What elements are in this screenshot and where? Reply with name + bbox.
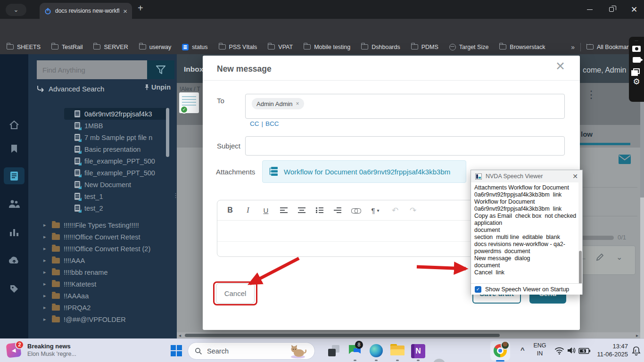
caret-right-icon[interactable]: ▸	[43, 257, 48, 263]
workflow-tab-partial[interactable]: low	[581, 130, 593, 138]
file-explorer-icon[interactable]	[390, 344, 405, 356]
dialog-close-icon[interactable]: ✕	[555, 59, 565, 73]
redo-button[interactable]: ↷	[404, 202, 422, 218]
bookmark-nav-icon[interactable]	[0, 144, 28, 154]
tab-close-icon[interactable]: ×	[123, 7, 127, 15]
sidebar-resize-grip[interactable]: ⋮	[173, 192, 177, 199]
document-tree-item[interactable]: test_1	[28, 190, 177, 202]
wifi-icon[interactable]	[554, 347, 564, 354]
align-right-button[interactable]	[329, 202, 347, 218]
bookmark-item[interactable]: status	[182, 44, 207, 50]
chip-remove-icon[interactable]: ×	[296, 100, 299, 107]
italic-button[interactable]: I	[239, 202, 257, 218]
bookmark-item[interactable]: Target Size	[449, 44, 489, 50]
document-tree-item[interactable]: New Document	[28, 179, 177, 190]
chrome-active-app[interactable]	[490, 341, 510, 361]
card-chevron-down-icon[interactable]: ⌄	[616, 253, 622, 262]
speech-viewer-scrollbar[interactable]	[578, 182, 582, 283]
caret-right-icon[interactable]: ▸	[43, 234, 48, 240]
video-camera-icon[interactable]	[633, 57, 641, 63]
undo-button[interactable]: ↶	[386, 202, 404, 218]
globe-shield-icon[interactable]	[433, 359, 446, 362]
document-tree-item[interactable]: 0a6r9nvt92frppjsaf4k3	[64, 108, 168, 120]
tray-expand-chevron[interactable]: ^	[520, 346, 525, 354]
recipient-chip[interactable]: Admin Admin ×	[252, 98, 304, 109]
document-tree-item[interactable]: 1MBB	[28, 120, 177, 132]
widget-headline[interactable]: Breaking news	[27, 343, 71, 350]
new-tab-button[interactable]: +	[138, 3, 143, 14]
people-icon[interactable]	[0, 199, 28, 208]
link-button[interactable]	[347, 202, 364, 218]
chart-icon[interactable]	[0, 228, 28, 237]
onenote-icon[interactable]: N	[411, 344, 425, 358]
browser-tab[interactable]: docs revisions new-workflow - ×	[40, 3, 132, 19]
document-tree-item[interactable]: file_example_PPT_500	[28, 155, 177, 167]
sidebar-scrollbar-thumb[interactable]	[166, 108, 169, 157]
folder-tree-item[interactable]: ▸ !!!!bbb rename	[28, 266, 177, 278]
folder-tree-item[interactable]: ▸ !!!!!!Office Convert Retest (2)	[28, 243, 177, 255]
paragraph-style-button[interactable]: ¶▾	[364, 202, 386, 218]
gear-icon[interactable]: ⚙	[633, 78, 640, 86]
caret-right-icon[interactable]: ▸	[43, 281, 48, 287]
page-horizontal-scrollbar-thumb[interactable]	[185, 334, 500, 337]
speech-viewer-titlebar[interactable]: NVDA Speech Viewer ✕	[471, 170, 582, 182]
bookmark-item[interactable]: userway	[139, 44, 172, 50]
start-button[interactable]	[171, 345, 182, 356]
folder-tree-item[interactable]: ▸ !!!!!!File Types Testing!!!!!	[28, 219, 177, 231]
bookmark-item[interactable]: SERVER	[93, 44, 128, 50]
notification-bell-icon[interactable]: z	[632, 346, 641, 356]
language-indicator[interactable]: ENG IN	[531, 342, 549, 358]
bookmark-item[interactable]: Dshboards	[361, 44, 400, 50]
search-filter-button[interactable]	[147, 60, 174, 79]
align-center-button[interactable]	[293, 202, 311, 218]
bookmarks-overflow-chevron[interactable]: »	[571, 43, 575, 51]
caret-right-icon[interactable]: ▸	[43, 246, 48, 252]
caret-right-icon[interactable]: ▸	[43, 269, 48, 275]
bookmark-item[interactable]: SHEETS	[7, 44, 41, 50]
startup-checkbox[interactable]: ✓	[475, 286, 481, 293]
documents-nav-icon[interactable]	[0, 171, 28, 181]
bookmark-item[interactable]: VPAT	[268, 44, 293, 50]
document-tree-item[interactable]: test_2	[28, 202, 177, 214]
speech-viewer-log[interactable]: Attachments Workflow for Document0a6r9nv…	[471, 182, 578, 283]
camera-icon[interactable]	[632, 46, 641, 52]
caret-right-icon[interactable]: ▸	[43, 222, 48, 228]
folder-tree-item[interactable]: ▸ !!!!AAA	[28, 255, 177, 266]
page-overflow-menu-icon[interactable]: ⋮	[586, 89, 596, 101]
all-bookmarks-button[interactable]: All Bookmar	[586, 44, 632, 50]
scroll-left-icon[interactable]: ◂	[179, 332, 181, 338]
page-horizontal-scrollbar[interactable]: ◂ ▸	[177, 332, 640, 338]
window-close-button[interactable]: ✕	[624, 0, 644, 19]
bookmark-item[interactable]: PSS VItals	[219, 44, 257, 50]
scroll-right-icon[interactable]: ▸	[636, 332, 638, 338]
speaker-icon[interactable]	[567, 346, 576, 354]
folder-tree-item[interactable]: ▸ !!AAAaa	[28, 290, 177, 302]
bookmark-item[interactable]: Browserstack	[499, 44, 545, 50]
unpin-button[interactable]: Unpin	[144, 83, 171, 91]
bookmark-item[interactable]: Mobile testing	[304, 44, 350, 50]
inbox-doc-thumbnail[interactable]: ✓	[179, 92, 199, 113]
window-minimize-button[interactable]	[580, 0, 600, 19]
bold-button[interactable]: B	[221, 202, 239, 218]
cc-link[interactable]: CC	[250, 120, 259, 127]
speech-viewer-close-icon[interactable]: ✕	[572, 173, 578, 180]
envelope-icon[interactable]	[619, 155, 631, 164]
find-anything-input[interactable]	[37, 60, 147, 79]
taskbar-search[interactable]: Search	[188, 342, 315, 360]
bcc-link[interactable]: BCC	[265, 120, 279, 127]
document-tree-item[interactable]: Basic presentation	[28, 143, 177, 155]
clock[interactable]: 13:47 11-06-2025	[588, 342, 628, 358]
folder-tree-item[interactable]: ▸ !!!!Katetest	[28, 278, 177, 290]
to-field[interactable]: Admin Admin ×	[245, 94, 565, 119]
subject-input[interactable]	[245, 136, 565, 156]
document-tree-item[interactable]: file_example_PPT_500	[28, 167, 177, 179]
caret-right-icon[interactable]: ▸	[43, 316, 48, 322]
tag-icon[interactable]	[0, 284, 28, 294]
advanced-search-link[interactable]: Advanced Search	[49, 85, 104, 93]
home-icon[interactable]	[0, 120, 28, 130]
window-restore-button[interactable]	[602, 0, 621, 19]
document-tree-item[interactable]: 7 mb Sample ppt file n	[28, 132, 177, 143]
attachment-chip[interactable]: Workflow for Document 0a6r9nvt92frppjsaf…	[262, 160, 466, 183]
cloud-upload-icon[interactable]	[0, 256, 28, 264]
caret-right-icon[interactable]: ▸	[43, 304, 48, 311]
